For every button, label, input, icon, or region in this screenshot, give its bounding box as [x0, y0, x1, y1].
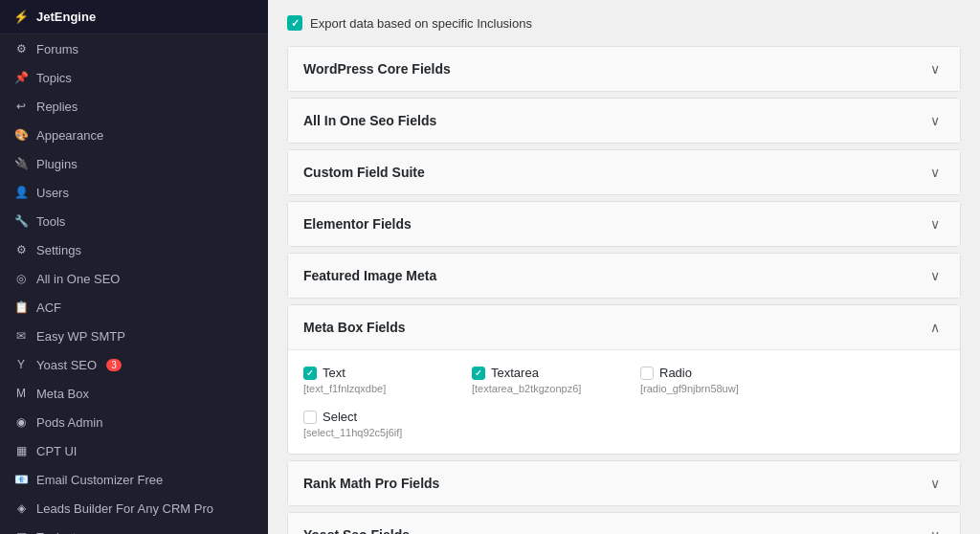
sidebar-icon-podsadmin: ◉	[13, 414, 29, 430]
field-name-select: Select	[323, 410, 357, 424]
sidebar-logo: ⚡ JetEngine	[0, 0, 268, 34]
sidebar-icon-acf: 📋	[13, 300, 29, 315]
main-content: Export data based on specific Inclusions…	[268, 0, 980, 534]
accordion-customfield: Custom Field Suite ∨	[287, 149, 961, 195]
sidebar-item-users[interactable]: 👤 Users	[0, 178, 268, 207]
sidebar-label-plugins: Plugins	[36, 157, 78, 171]
sidebar-label-podsadmin: Pods Admin	[36, 415, 102, 430]
sidebar-icon-leadsbuilder: ◈	[13, 501, 29, 516]
field-name-radio: Radio	[659, 366, 692, 380]
sidebar-icon-easywpsmtp: ✉	[13, 328, 29, 344]
sidebar-item-acf[interactable]: 📋 ACF	[0, 293, 268, 322]
sidebar-label-toolset: Toolset	[36, 530, 76, 535]
accordion-chevron-yoastseo: ∨	[925, 525, 945, 534]
sidebar-item-metabox[interactable]: M Meta Box	[0, 379, 268, 408]
sidebar-item-easywpsmtp[interactable]: ✉ Easy WP SMTP	[0, 322, 268, 350]
sidebar-icon-emailcustomizer: 📧	[13, 472, 29, 487]
sidebar-item-appearance[interactable]: 🎨 Appearance	[0, 121, 268, 149]
accordion-header-customfield[interactable]: Custom Field Suite ∨	[288, 150, 960, 194]
field-slug-textarea: [textarea_b2tkgzonpz6]	[472, 383, 625, 394]
accordion-title-featuredimage: Featured Image Meta	[303, 268, 436, 283]
accordion-header-rankmath[interactable]: Rank Math Pro Fields ∨	[288, 461, 960, 505]
sidebar-item-yoastseo[interactable]: Y Yoast SEO 3	[0, 350, 268, 379]
sidebar-item-plugins[interactable]: 🔌 Plugins	[0, 149, 268, 178]
sidebar-label-easywpsmtp: Easy WP SMTP	[36, 329, 125, 344]
accordion-chevron-metabox: ∧	[925, 318, 945, 337]
accordion-title-metabox: Meta Box Fields	[303, 320, 406, 335]
top-bar: Export data based on specific Inclusions	[287, 15, 961, 31]
field-checkbox-text[interactable]	[303, 367, 317, 380]
accordion-title-customfield: Custom Field Suite	[303, 165, 425, 180]
accordion-header-metabox[interactable]: Meta Box Fields ∧	[288, 305, 960, 349]
badge-yoastseo: 3	[106, 359, 122, 371]
field-slug-text: [text_f1fnlzqxdbe]	[303, 383, 457, 394]
sidebar-label-topics: Topics	[36, 71, 72, 85]
sidebar-item-settings[interactable]: ⚙ Settings	[0, 235, 268, 264]
sidebar-icon-appearance: 🎨	[13, 127, 29, 143]
sidebar-item-allinoneseo[interactable]: ◎ All in One SEO	[0, 264, 268, 293]
sidebar-label-leadsbuilder: Leads Builder For Any CRM Pro	[36, 501, 213, 516]
accordion-metabox: Meta Box Fields ∧ Text [text_f1fnlzqxdbe…	[287, 304, 961, 455]
sidebar-label-forums: Forums	[36, 42, 78, 56]
sidebar-icon-yoastseo: Y	[13, 357, 29, 372]
accordion-chevron-rankmath: ∨	[925, 474, 945, 493]
field-slug-radio: [radio_gf9njbrn58uw]	[640, 383, 793, 394]
accordion-title-wordpress: WordPress Core Fields	[303, 61, 451, 77]
accordion-content-metabox: Text [text_f1fnlzqxdbe] Textarea [textar…	[288, 349, 960, 454]
sidebar-item-emailcustomizer[interactable]: 📧 Email Customizer Free	[0, 465, 268, 494]
accordion-header-yoastseo[interactable]: Yoast Seo Fields ∨	[288, 513, 960, 534]
sidebar-item-leadsbuilder[interactable]: ◈ Leads Builder For Any CRM Pro	[0, 494, 268, 523]
field-item-text: Text [text_f1fnlzqxdbe]	[303, 366, 457, 394]
sidebar-icon-users: 👤	[13, 185, 29, 200]
accordion-title-elementor: Elementor Fields	[303, 216, 412, 232]
export-checkbox[interactable]	[287, 15, 302, 31]
sidebar-label-replies: Replies	[36, 100, 78, 114]
field-checkbox-select[interactable]	[303, 411, 317, 424]
accordion-header-featuredimage[interactable]: Featured Image Meta ∨	[288, 254, 960, 298]
sidebar-item-forums[interactable]: ⚙ Forums	[0, 34, 268, 63]
accordion-allinoneseo: All In One Seo Fields ∨	[287, 98, 961, 144]
accordion-elementor: Elementor Fields ∨	[287, 201, 961, 247]
field-checkbox-radio[interactable]	[640, 367, 654, 380]
field-item-radio: Radio [radio_gf9njbrn58uw]	[640, 366, 793, 394]
field-name-text: Text	[323, 366, 345, 380]
accordion-header-wordpress[interactable]: WordPress Core Fields ∨	[288, 47, 960, 91]
sidebar-icon-metabox: M	[13, 386, 29, 401]
accordion-chevron-wordpress: ∨	[925, 59, 945, 78]
sidebar-label-allinoneseo: All in One SEO	[36, 272, 120, 286]
sidebar: ⚡ JetEngine ⚙ Forums 📌 Topics ↩ Replies …	[0, 0, 268, 534]
sidebar-item-toolset[interactable]: ▣ Toolset	[0, 523, 268, 534]
sidebar-icon-tools: 🔧	[13, 213, 29, 229]
sidebar-label-settings: Settings	[36, 243, 81, 257]
sidebar-label-metabox: Meta Box	[36, 387, 89, 401]
sidebar-icon-settings: ⚙	[13, 242, 29, 257]
accordion-wordpress: WordPress Core Fields ∨	[287, 46, 961, 92]
sidebar-item-replies[interactable]: ↩ Replies	[0, 92, 268, 121]
sidebar-label-tools: Tools	[36, 214, 65, 229]
sidebar-label-users: Users	[36, 186, 69, 200]
sidebar-icon-allinoneseo: ◎	[13, 271, 29, 286]
sidebar-item-topics[interactable]: 📌 Topics	[0, 63, 268, 92]
field-slug-select: [select_11hq92c5j6if]	[303, 427, 457, 438]
sidebar-label-emailcustomizer: Email Customizer Free	[36, 473, 163, 487]
accordion-title-rankmath: Rank Math Pro Fields	[303, 476, 439, 491]
sidebar-icon-plugins: 🔌	[13, 156, 29, 171]
sidebar-item-tools[interactable]: 🔧 Tools	[0, 207, 268, 235]
field-checkbox-textarea[interactable]	[472, 367, 485, 380]
accordion-title-yoastseo: Yoast Seo Fields	[303, 527, 410, 534]
logo-icon: ⚡	[13, 10, 29, 24]
accordion-chevron-elementor: ∨	[925, 214, 945, 234]
sidebar-item-cptui[interactable]: ▦ CPT UI	[0, 436, 268, 465]
sidebar-icon-toolset: ▣	[13, 529, 29, 534]
sidebar-item-podsadmin[interactable]: ◉ Pods Admin	[0, 408, 268, 436]
field-item-textarea: Textarea [textarea_b2tkgzonpz6]	[472, 366, 625, 394]
accordion-chevron-customfield: ∨	[925, 163, 945, 182]
sidebar-label-appearance: Appearance	[36, 128, 103, 143]
accordion-header-allinoneseo[interactable]: All In One Seo Fields ∨	[288, 99, 960, 143]
sidebar-logo-text: JetEngine	[36, 10, 96, 24]
accordion-featuredimage: Featured Image Meta ∨	[287, 253, 961, 299]
accordion-header-elementor[interactable]: Elementor Fields ∨	[288, 202, 960, 246]
accordion-chevron-allinoneseo: ∨	[925, 111, 945, 130]
sidebar-icon-forums: ⚙	[13, 41, 29, 56]
sidebar-icon-topics: 📌	[13, 70, 29, 85]
